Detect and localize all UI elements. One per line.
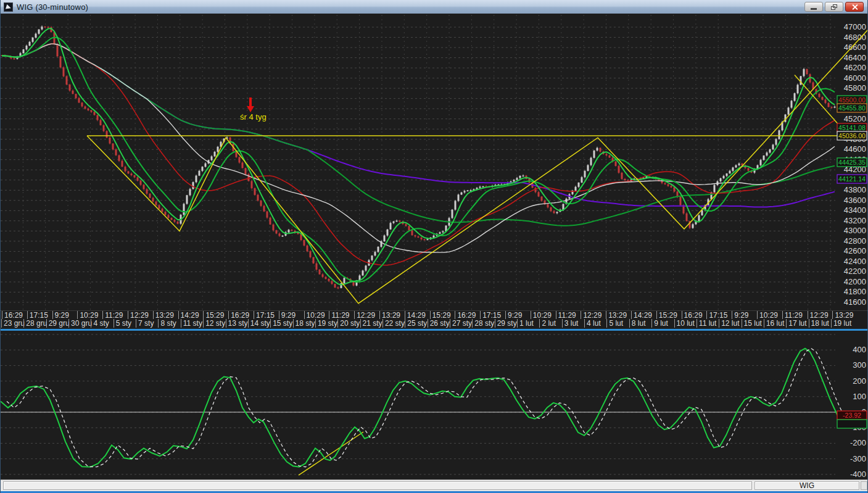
date-label: 17 lut [786, 319, 806, 328]
date-label: 13 sty [226, 319, 248, 328]
status-instrument-label: WIG [800, 481, 814, 490]
svg-text:45800: 45800 [844, 83, 866, 93]
svg-text:-23.92: -23.92 [843, 412, 861, 419]
svg-text:45141.08: 45141.08 [838, 124, 866, 131]
time-label: 12:29 [581, 311, 601, 319]
time-label: 11:29 [329, 311, 349, 319]
svg-text:400: 400 [853, 345, 866, 354]
trendline-zigzag [87, 30, 868, 304]
restore-button[interactable] [825, 2, 843, 12]
status-section-main [3, 481, 752, 490]
time-label: 9:29 [505, 311, 522, 319]
date-label: 11 sty [181, 319, 202, 328]
oscillator-trendline [299, 432, 363, 475]
date-label: 15 sty [270, 319, 292, 328]
svg-text:42200: 42200 [844, 267, 866, 276]
svg-text:43000: 43000 [844, 226, 866, 235]
resize-grip[interactable] [861, 481, 867, 490]
sma-purple-4week [2, 44, 835, 207]
time-label: 16:29 [228, 311, 249, 319]
time-label: 9:29 [279, 311, 296, 319]
time-label: 17:15 [27, 311, 48, 319]
date-label: 14 sty [248, 319, 270, 328]
time-label: 9:29 [732, 311, 748, 319]
date-label: 8 lut [629, 319, 646, 328]
time-label: 11:29 [556, 311, 576, 319]
time-label: 17:15 [480, 311, 501, 319]
svg-text:44425.35: 44425.35 [838, 159, 866, 166]
date-label: 1 lut [517, 319, 534, 328]
window-title: WIG (30-minutowo) [17, 2, 88, 12]
date-label: 16 lut [764, 319, 784, 328]
sma-slow-green [2, 44, 835, 226]
date-label: 18 sty [293, 319, 315, 328]
svg-text:42400: 42400 [844, 257, 866, 266]
date-label: 28 gru [23, 319, 47, 328]
time-label: 10:29 [757, 311, 778, 319]
date-label: 26 sty [428, 319, 450, 328]
time-label: 14:29 [631, 311, 652, 319]
time-label: 14:29 [178, 311, 199, 319]
date-label: 4 lut [584, 319, 601, 328]
annotation-label: śr 4 tyg [240, 112, 267, 122]
time-label: 13:29 [153, 311, 174, 319]
svg-text:-300: -300 [850, 454, 866, 463]
time-label: 9:29 [52, 311, 69, 319]
date-label: 28 sty [472, 319, 494, 328]
app-icon [4, 2, 13, 12]
svg-text:-200: -200 [850, 438, 866, 447]
date-label: 5 lut [606, 319, 623, 328]
date-label: 25 sty [405, 319, 427, 328]
svg-text:42600: 42600 [844, 246, 866, 255]
oscillator-oscillator [1, 349, 838, 467]
time-label: 16:29 [682, 311, 703, 319]
date-label: 7 sty [136, 319, 154, 328]
time-label: 17:15 [254, 311, 275, 319]
time-label: 10:29 [304, 311, 325, 319]
panel-divider[interactable] [1, 329, 868, 331]
date-label: 22 sty [382, 319, 405, 328]
minimize-button[interactable] [804, 2, 823, 12]
time-label: 11:29 [102, 311, 123, 319]
svg-text:43200: 43200 [844, 216, 866, 225]
svg-text:45036.00: 45036.00 [838, 132, 866, 139]
date-label: 29 gru [46, 319, 70, 328]
time-label: 17:15 [706, 311, 727, 319]
date-label: 30 gru [68, 319, 92, 328]
date-label: 4 sty [91, 319, 109, 328]
date-label: 27 sty [450, 319, 472, 328]
time-label: 15:29 [430, 311, 451, 319]
svg-text:44121.14: 44121.14 [838, 175, 866, 183]
svg-text:-400: -400 [850, 470, 866, 479]
date-label: 11 lut [696, 319, 716, 328]
minimize-icon [811, 8, 817, 10]
svg-text:46000: 46000 [844, 73, 866, 83]
date-label: 20 sty [337, 319, 360, 328]
svg-text:43600: 43600 [844, 196, 866, 205]
svg-text:42000: 42000 [844, 277, 866, 286]
time-label: 14:29 [405, 311, 426, 319]
close-button[interactable] [845, 2, 864, 12]
svg-text:45455.80: 45455.80 [838, 104, 866, 112]
restore-icon [831, 4, 837, 10]
date-label: 8 sty [158, 319, 176, 328]
date-label: 19 lut [831, 319, 851, 328]
svg-text:100: 100 [853, 392, 866, 401]
time-label: 16:29 [455, 311, 476, 319]
date-label: 23 gru [1, 319, 25, 328]
date-axis: 23 gru28 gru29 gru30 gru4 sty5 sty7 sty8… [1, 319, 868, 328]
svg-text:43800: 43800 [844, 185, 866, 194]
chart-canvas[interactable]: 4160041800420004220042400426004280043000… [1, 0, 868, 493]
oscillator-signal [7, 349, 844, 467]
svg-text:46800: 46800 [844, 33, 866, 42]
svg-text:41600: 41600 [844, 297, 866, 307]
svg-text:46200: 46200 [844, 63, 866, 72]
sma-white [2, 44, 835, 252]
svg-text:45500.00: 45500.00 [838, 96, 866, 104]
date-label: 2 lut [539, 319, 556, 328]
sma-red [2, 44, 835, 265]
date-label: 18 lut [809, 319, 829, 328]
time-label: 13:29 [606, 311, 627, 319]
time-label: 16:29 [2, 311, 23, 319]
svg-text:200: 200 [853, 376, 866, 386]
